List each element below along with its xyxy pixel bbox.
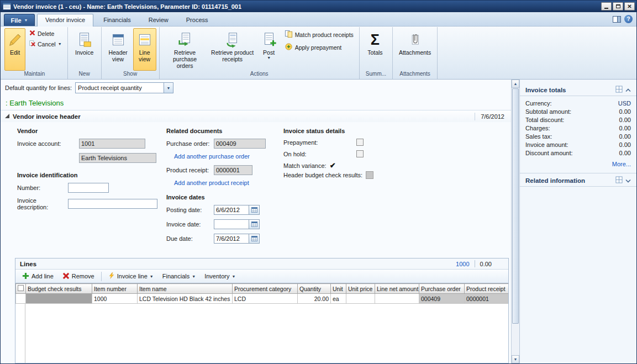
col-line-net-amount[interactable]: Line net amount: [375, 284, 419, 294]
col-unit[interactable]: Unit: [331, 284, 346, 294]
vendor-group-title: Vendor: [17, 128, 166, 134]
row-selector-cell[interactable]: [16, 294, 26, 304]
line-view-label: Line view: [135, 49, 154, 62]
select-all-header[interactable]: [16, 284, 26, 294]
tab-financials[interactable]: Financials: [96, 14, 139, 26]
fasttab-header[interactable]: Vendor invoice header 7/6/2012: [1, 110, 511, 122]
col-unit-price[interactable]: Unit price: [346, 284, 375, 294]
tab-process[interactable]: Process: [178, 14, 216, 26]
edit-button[interactable]: Edit: [4, 28, 25, 71]
product-receipt-cell[interactable]: 0000001: [465, 294, 509, 304]
header-view-button[interactable]: Header view: [104, 28, 132, 71]
col-product-receipt[interactable]: Product receipt: [465, 284, 509, 294]
post-button[interactable]: Post ▼: [257, 28, 281, 71]
on-hold-checkbox[interactable]: [356, 150, 364, 157]
tab-review[interactable]: Review: [141, 14, 176, 26]
add-purchase-order-link[interactable]: Add another purchase order: [174, 153, 283, 160]
totals-label: Totals: [367, 49, 382, 56]
posting-date-input[interactable]: [214, 205, 249, 215]
factbox-pane: Invoice totals Currency:USD Subtotal amo…: [519, 80, 636, 363]
scroll-up-button[interactable]: ▲: [512, 80, 519, 88]
col-purchase-order[interactable]: Purchase order: [419, 284, 465, 294]
unit-price-cell[interactable]: [346, 294, 375, 304]
default-quantity-combobox[interactable]: Product receipt quantity ▼: [75, 82, 173, 93]
posting-date-calendar-button[interactable]: [249, 205, 260, 215]
invoice-line-menu-button[interactable]: Invoice line ▼: [104, 271, 157, 282]
factbox-menu-icon[interactable]: [615, 176, 623, 184]
cancel-button[interactable]: Cancel ▼: [27, 39, 65, 49]
paperclip-icon: [408, 30, 422, 49]
delete-button[interactable]: Delete: [27, 29, 57, 38]
factbox-menu-icon[interactable]: [615, 86, 623, 94]
due-date-calendar-button[interactable]: [249, 234, 260, 244]
table-row[interactable]: 1000 LCD Television HD Black 42 inches L…: [16, 294, 509, 304]
remove-line-button[interactable]: Remove: [59, 271, 98, 282]
invoice-account-field[interactable]: 1001: [79, 139, 145, 149]
invoice-date-input[interactable]: [214, 219, 249, 229]
prepayment-checkbox[interactable]: [356, 139, 364, 146]
chevron-up-icon[interactable]: [625, 87, 631, 93]
purchase-order-cell[interactable]: 000409: [419, 294, 465, 304]
col-quantity[interactable]: Quantity: [298, 284, 331, 294]
retrieve-purchase-orders-button[interactable]: Retrieve purchase orders: [162, 28, 208, 71]
col-item-number[interactable]: Item number: [92, 284, 138, 294]
file-menu-button[interactable]: File▼: [4, 14, 35, 26]
product-receipt-field[interactable]: 0000001: [214, 165, 252, 175]
financials-menu-button[interactable]: Financials ▼: [159, 272, 199, 281]
col-procurement-category[interactable]: Procurement category: [233, 284, 298, 294]
vendor-invoice-header-section: Vendor invoice header 7/6/2012 Vendor In…: [1, 110, 511, 257]
inventory-menu-button[interactable]: Inventory ▼: [201, 272, 239, 281]
line-net-amount-cell[interactable]: [375, 294, 419, 304]
add-line-button[interactable]: Add line: [18, 271, 57, 282]
invoice-description-input[interactable]: [68, 199, 157, 209]
collapse-triangle-icon: [5, 114, 9, 118]
unit-cell[interactable]: ea: [331, 294, 346, 304]
match-product-receipts-button[interactable]: Match product receipts: [282, 29, 356, 40]
group-label-actions: Actions: [161, 71, 357, 79]
vertical-scrollbar[interactable]: ▲ ▼: [511, 80, 519, 363]
invoice-button[interactable]: Invoice: [71, 28, 98, 71]
invoice-totals-header: Invoice totals: [525, 86, 631, 94]
procurement-category-cell[interactable]: LCD: [233, 294, 298, 304]
number-input[interactable]: [68, 183, 109, 193]
chevron-down-icon[interactable]: [625, 177, 631, 184]
maximize-button[interactable]: [613, 2, 623, 10]
scrollbar-track[interactable]: [512, 88, 519, 355]
item-name-cell[interactable]: LCD Television HD Black 42 inches: [138, 294, 233, 304]
add-product-receipt-link[interactable]: Add another product receipt: [174, 180, 283, 186]
lines-ref-item-number[interactable]: 1000: [456, 261, 469, 267]
match-variance-label: Match variance:: [283, 162, 327, 169]
layout-toggle-button[interactable]: [612, 14, 622, 24]
ribbon-group-attachments: Attachments Attachments: [393, 27, 438, 79]
combobox-dropdown-button[interactable]: ▼: [164, 83, 173, 93]
line-view-button[interactable]: Line view: [133, 28, 156, 71]
minimize-button[interactable]: [601, 2, 612, 10]
help-button[interactable]: ?: [624, 14, 633, 24]
tab-vendor-invoice[interactable]: Vendor invoice: [37, 14, 93, 27]
scroll-down-button[interactable]: ▼: [512, 355, 519, 363]
due-date-input[interactable]: [214, 234, 249, 244]
group-label-attachments: Attachments: [394, 71, 435, 79]
col-budget-check-results[interactable]: Budget check results: [26, 284, 92, 294]
select-all-checkbox[interactable]: [18, 285, 24, 291]
discount-amount-value: 0.00: [619, 150, 631, 156]
close-button[interactable]: ✕: [624, 2, 635, 10]
retrieve-product-receipts-button[interactable]: Retrieve product receipts: [209, 28, 256, 71]
lines-ref-amount: 0.00: [480, 261, 492, 267]
item-number-cell[interactable]: 1000: [92, 294, 138, 304]
col-item-name[interactable]: Item name: [138, 284, 233, 294]
main-panel: Default quantity for lines: Product rece…: [1, 80, 511, 363]
grid-empty-area: [15, 304, 508, 363]
invoice-status-group-title: Invoice status details: [283, 128, 507, 134]
totals-button[interactable]: Σ Totals: [362, 28, 388, 71]
pencil-icon: [7, 30, 23, 49]
quantity-cell[interactable]: 20.00: [298, 294, 331, 304]
apply-prepayment-button[interactable]: Apply prepayment: [282, 41, 345, 53]
ribbon-group-maintain: Edit Delete Cancel ▼ Maintain: [2, 27, 68, 79]
scrollbar-thumb[interactable]: [512, 88, 519, 324]
invoice-date-calendar-button[interactable]: [249, 219, 260, 229]
attachments-button[interactable]: Attachments: [396, 28, 434, 71]
ribbon-group-summarize: Σ Totals Summ...: [360, 27, 393, 79]
more-link[interactable]: More...: [525, 161, 631, 167]
purchase-order-field[interactable]: 000409: [214, 139, 266, 149]
